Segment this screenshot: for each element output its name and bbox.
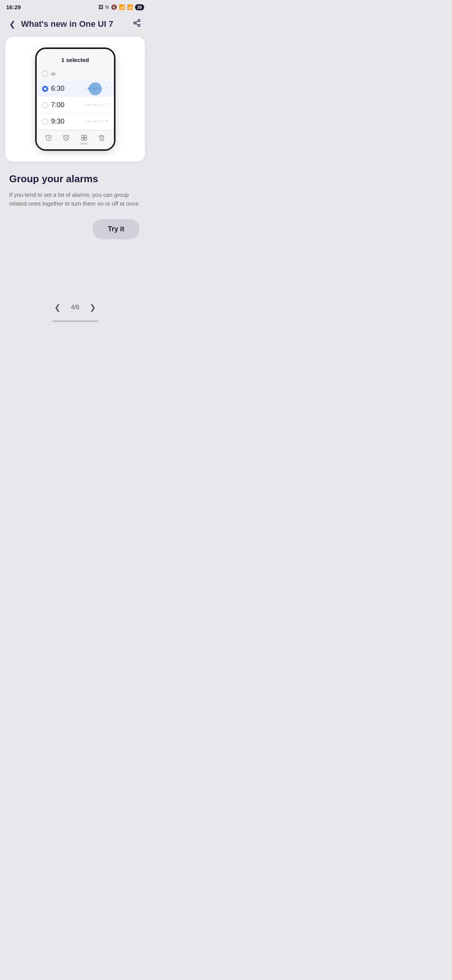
svg-line-4 bbox=[136, 21, 138, 23]
alarm-time-700: 7:00 bbox=[51, 101, 85, 109]
svg-rect-8 bbox=[84, 135, 86, 137]
group-icon: Group bbox=[80, 134, 88, 145]
alarm-add-icon bbox=[45, 134, 52, 145]
alarm-item-700: 7:00 S M T W T F S ⌃ bbox=[37, 97, 114, 113]
alarm-time-630: 6:30 bbox=[51, 85, 85, 93]
phone-screen: 1 selected All 6:30 S M T W bbox=[37, 49, 114, 149]
wifi-icon: 📶 bbox=[119, 4, 125, 10]
page-title: What's new in One UI 7 bbox=[21, 19, 131, 29]
days-700: S M T W T F S bbox=[85, 104, 103, 106]
back-button[interactable]: ❮ bbox=[8, 18, 17, 30]
main-content: Group your alarms If you tend to set a l… bbox=[0, 168, 150, 251]
feature-description: If you tend to set a lot of alarms, you … bbox=[9, 190, 141, 208]
days-930: S M T W T F S bbox=[85, 120, 103, 123]
pagination: ❮ 4/6 ❯ bbox=[0, 293, 150, 320]
alarm-item-930: 9:30 S M T W T F S ⌃ bbox=[37, 114, 114, 129]
status-bar: 16:29 🖼 N 🔇 📶 📶 39 bbox=[0, 0, 150, 13]
svg-rect-10 bbox=[84, 138, 86, 140]
radio-all bbox=[42, 71, 48, 77]
prev-page-button[interactable]: ❮ bbox=[52, 301, 63, 314]
svg-line-3 bbox=[136, 23, 138, 25]
alarm-off-icon bbox=[63, 134, 70, 145]
try-it-row: Try it bbox=[9, 219, 141, 239]
feature-card: 1 selected All 6:30 S M T W bbox=[5, 37, 145, 162]
scroll-handle bbox=[52, 320, 98, 322]
blue-circle bbox=[89, 82, 102, 95]
svg-rect-9 bbox=[81, 138, 84, 140]
group-label: Group bbox=[80, 142, 88, 145]
page-indicator: 4/6 bbox=[71, 304, 79, 311]
status-icons: 🖼 N 🔇 📶 📶 39 bbox=[98, 4, 144, 10]
radio-checked-630 bbox=[42, 86, 48, 92]
alarm-all-item: All bbox=[37, 68, 114, 80]
mute-icon: 🔇 bbox=[111, 4, 117, 10]
battery-badge: 39 bbox=[135, 4, 144, 10]
alarm-item-630: 6:30 S M T W T F S ⌃ bbox=[37, 81, 114, 96]
svg-rect-7 bbox=[81, 135, 84, 137]
status-time: 16:29 bbox=[6, 4, 21, 10]
next-page-button[interactable]: ❯ bbox=[87, 301, 98, 314]
expand-icon-630: ⌃ bbox=[105, 86, 109, 91]
signal-icon: 📶 bbox=[127, 4, 133, 10]
try-it-button[interactable]: Try it bbox=[93, 219, 140, 239]
radio-700 bbox=[42, 102, 48, 108]
alarm-list: All 6:30 S M T W T F S ⌃ bbox=[37, 68, 114, 129]
header: ❮ What's new in One UI 7 bbox=[0, 13, 150, 37]
expand-icon-700: ⌃ bbox=[105, 103, 109, 108]
share-button[interactable] bbox=[131, 17, 143, 31]
expand-icon-930: ⌃ bbox=[105, 119, 109, 124]
all-label: All bbox=[51, 72, 55, 76]
phone-selected-header: 1 selected bbox=[37, 49, 114, 68]
feature-title: Group your alarms bbox=[9, 173, 141, 185]
alarm-time-930: 9:30 bbox=[51, 118, 85, 126]
phone-bottom-bar: Group bbox=[37, 130, 114, 149]
delete-icon bbox=[98, 134, 105, 145]
nfc-icon: N bbox=[105, 4, 109, 10]
gallery-icon: 🖼 bbox=[98, 4, 103, 10]
radio-930 bbox=[42, 119, 48, 125]
phone-mockup: 1 selected All 6:30 S M T W bbox=[35, 47, 115, 151]
